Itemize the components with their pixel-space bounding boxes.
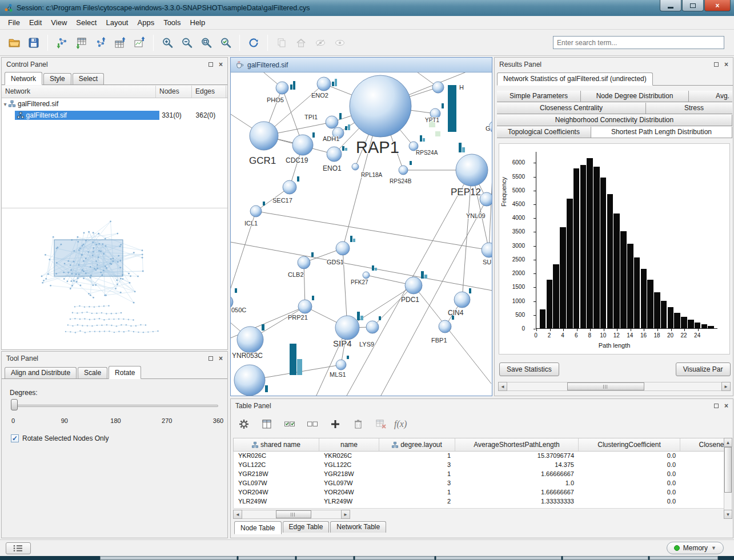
rotate-selected-checkbox[interactable]: ✓: [11, 434, 19, 442]
network-node-sip4[interactable]: [335, 316, 359, 340]
deselect-all-button[interactable]: [303, 414, 322, 434]
show-graphics-button[interactable]: [330, 33, 350, 53]
float-panel-icon[interactable]: [208, 356, 213, 361]
scroll-right-icon[interactable]: ►: [341, 510, 350, 519]
tab-network-table[interactable]: Network Table: [330, 521, 386, 533]
import-table-button[interactable]: [71, 33, 91, 53]
column-header-averageshortestpathlength[interactable]: AverageShortestPathLength: [455, 438, 579, 451]
tab-node-degree-distribution[interactable]: Node Degree Distribution: [580, 91, 689, 102]
network-row-selected[interactable]: galFiltered.sif 331(0) 362(0): [2, 110, 227, 121]
network-node-sec17[interactable]: [283, 180, 296, 194]
tree-expand-icon[interactable]: ▾: [2, 101, 9, 107]
network-overview-thumbnail[interactable]: [2, 208, 227, 349]
memory-button[interactable]: Memory ▼: [667, 542, 724, 554]
zoom-fit-button[interactable]: [196, 33, 216, 53]
network-node-clb2[interactable]: [298, 256, 310, 269]
zoom-selected-button[interactable]: [216, 33, 235, 53]
network-node-pfk27[interactable]: [363, 272, 370, 279]
function-builder-button[interactable]: f(x): [394, 419, 407, 429]
tab-style[interactable]: Style: [43, 73, 71, 84]
delete-column-button[interactable]: [348, 414, 368, 434]
table-row[interactable]: YGR218WYGR218W11.666666670.0: [234, 470, 725, 479]
delete-table-button[interactable]: [371, 414, 391, 434]
menu-tools[interactable]: Tools: [159, 17, 185, 29]
menu-view[interactable]: View: [46, 17, 71, 29]
maximize-button[interactable]: [682, 0, 704, 11]
save-statistics-button[interactable]: Save Statistics: [499, 362, 559, 376]
network-node-pdc1[interactable]: [405, 277, 422, 294]
import-network-button[interactable]: [52, 33, 71, 53]
column-header-clusteringcoefficient[interactable]: ClusteringCoefficient: [579, 438, 680, 451]
network-collection-row[interactable]: ▾ galFiltered.sif: [2, 98, 227, 110]
scroll-down-icon[interactable]: ▼: [724, 510, 732, 519]
degrees-slider-thumb[interactable]: [11, 399, 18, 410]
scroll-up-icon[interactable]: ▲: [724, 438, 732, 447]
minimize-button[interactable]: [660, 0, 681, 11]
network-node-pho5[interactable]: [276, 82, 288, 94]
menu-select[interactable]: Select: [71, 17, 101, 29]
show-columns-button[interactable]: [257, 414, 276, 434]
birds-eye-button[interactable]: [291, 33, 311, 53]
scroll-right-icon[interactable]: ►: [721, 382, 731, 391]
save-session-button[interactable]: [24, 33, 43, 53]
network-edge[interactable]: [256, 211, 489, 250]
network-svg[interactable]: PHO5ENO2TPI1ADH1RAP1GCR1CDC19ENO1RPL18AR…: [231, 72, 492, 396]
network-edge[interactable]: [414, 285, 491, 384]
tab-select[interactable]: Select: [73, 73, 104, 84]
network-node-su[interactable]: [482, 243, 492, 257]
menu-layout[interactable]: Layout: [101, 17, 133, 29]
scroll-left-icon[interactable]: ◄: [233, 510, 242, 519]
network-node-ynr053c[interactable]: [237, 327, 263, 353]
table-settings-button[interactable]: [234, 414, 254, 434]
menu-file[interactable]: File: [3, 17, 25, 29]
network-node-rap1[interactable]: [350, 75, 411, 137]
table-row[interactable]: YGL097WYGL097W31.00.0: [234, 479, 725, 488]
network-node-pep12[interactable]: [456, 154, 488, 186]
network-node-cdc19[interactable]: [292, 135, 313, 155]
network-node-mls1[interactable]: [336, 360, 346, 370]
column-header-network[interactable]: Network: [2, 86, 156, 98]
network-node-h[interactable]: [432, 82, 444, 93]
menu-apps[interactable]: Apps: [133, 17, 159, 29]
tab-topological-coefficients[interactable]: Topological Coefficients: [497, 127, 591, 138]
table-row[interactable]: YOR204WYOR204W11.666666670.0: [234, 488, 725, 497]
results-horizontal-scrollbar[interactable]: ◄ ►: [498, 382, 731, 391]
network-node-fbp1[interactable]: [439, 320, 451, 333]
tab-simple-parameters[interactable]: Simple Parameters: [497, 91, 581, 102]
open-file-button[interactable]: [5, 33, 24, 53]
network-node-gcr1[interactable]: [250, 122, 278, 150]
network-node-cin4[interactable]: [454, 292, 470, 308]
export-table-button[interactable]: [110, 33, 130, 53]
float-panel-icon[interactable]: [714, 62, 719, 67]
tab-node-table[interactable]: Node Table: [234, 521, 282, 534]
column-header-edges[interactable]: Edges: [192, 86, 226, 98]
network-node-icl1[interactable]: [250, 206, 262, 217]
apply-layout-button[interactable]: [244, 33, 263, 53]
column-header-degree-layout[interactable]: degree.layout: [379, 438, 455, 451]
table-horizontal-scrollbar[interactable]: ◄ ►: [233, 510, 350, 519]
tab-stress[interactable]: Stress: [645, 103, 732, 114]
export-network-button[interactable]: [91, 33, 110, 53]
close-button[interactable]: ×: [704, 0, 731, 11]
network-node-tpi1[interactable]: [326, 116, 338, 128]
visualize-parameters-button[interactable]: Visualize Par: [676, 362, 731, 376]
close-panel-icon[interactable]: ×: [724, 62, 728, 67]
tab-rotate[interactable]: Rotate: [109, 366, 141, 379]
tab-closeness-centrality[interactable]: Closeness Centrality: [497, 103, 646, 114]
network-node-eno2[interactable]: [317, 77, 331, 91]
network-node-ynl09[interactable]: [480, 192, 492, 206]
close-panel-icon[interactable]: ×: [219, 62, 223, 67]
table-vertical-scrollbar[interactable]: ▲ ▼: [724, 438, 732, 519]
tab-scale[interactable]: Scale: [78, 367, 107, 378]
tab-network[interactable]: Network: [5, 72, 42, 85]
float-panel-icon[interactable]: [208, 62, 213, 67]
table-row[interactable]: YGL122CYGL122C314.3750.0: [234, 461, 725, 470]
menu-edit[interactable]: Edit: [25, 17, 46, 29]
export-image-button[interactable]: [130, 33, 149, 53]
zoom-in-button[interactable]: [158, 33, 177, 53]
network-frame-titlebar[interactable]: galFiltered.sif: [231, 58, 492, 72]
network-edge[interactable]: [489, 127, 492, 250]
network-node-eno1[interactable]: [327, 147, 342, 162]
network-snapshot-button[interactable]: [272, 33, 291, 53]
scroll-left-icon[interactable]: ◄: [498, 382, 507, 391]
